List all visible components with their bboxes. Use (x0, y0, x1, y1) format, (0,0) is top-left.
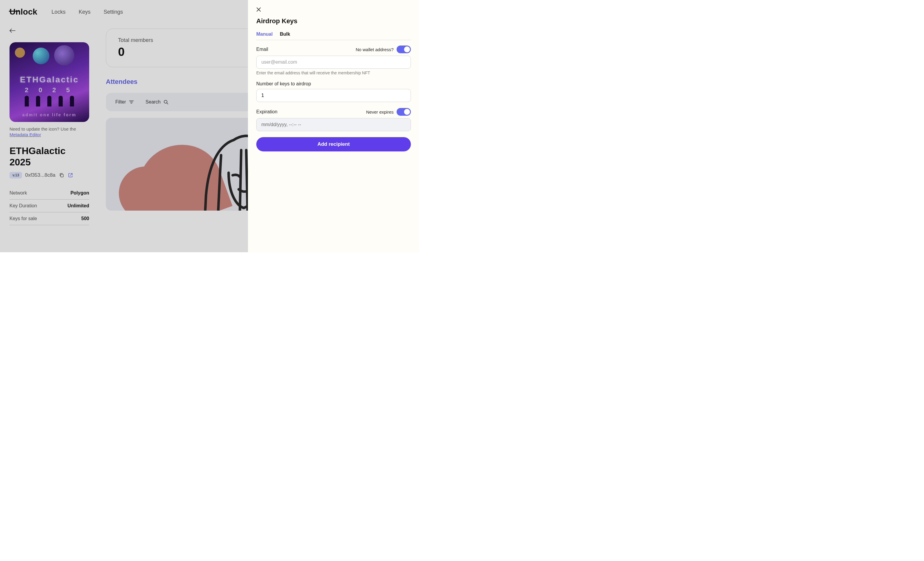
num-keys-input[interactable] (256, 89, 411, 102)
expiration-input (256, 118, 411, 131)
tab-bulk[interactable]: Bulk (280, 32, 290, 40)
email-label: Email (256, 47, 268, 52)
drawer-tabs: Manual Bulk (256, 32, 411, 40)
never-expires-label: Never expires (366, 110, 394, 114)
expiration-field-group: Expiration Never expires (256, 108, 411, 131)
airdrop-drawer: Airdrop Keys Manual Bulk Email No wallet… (248, 0, 419, 252)
expiration-label: Expiration (256, 109, 278, 114)
drawer-title: Airdrop Keys (256, 17, 411, 25)
email-input[interactable] (256, 56, 411, 69)
email-field-group: Email No wallet address? Enter the email… (256, 45, 411, 75)
never-expires-toggle[interactable] (397, 108, 411, 116)
tab-manual[interactable]: Manual (256, 32, 273, 40)
num-keys-label: Number of keys to airdrop (256, 81, 311, 87)
close-button[interactable] (256, 7, 261, 12)
no-wallet-toggle[interactable] (397, 45, 411, 53)
add-recipient-button[interactable]: Add recipient (256, 137, 411, 151)
no-wallet-label: No wallet address? (356, 47, 394, 52)
close-icon (256, 7, 261, 12)
email-help-text: Enter the email address that will receiv… (256, 71, 411, 75)
num-keys-field-group: Number of keys to airdrop (256, 81, 411, 102)
